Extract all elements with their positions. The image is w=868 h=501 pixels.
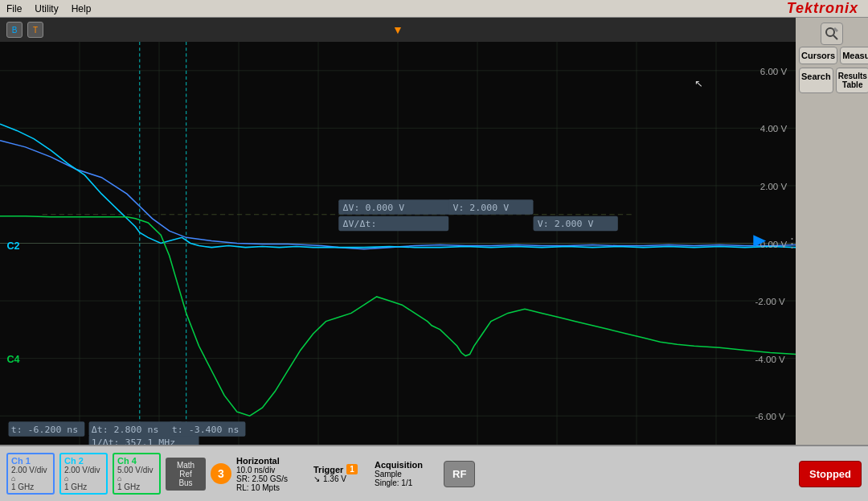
svg-text:4.00 V: 4.00 V [760, 125, 788, 134]
search-button[interactable]: Search [799, 68, 833, 93]
horizontal-box: Horizontal 10.0 ns/div SR: 2.50 GS/s RL:… [236, 456, 309, 492]
panel-btn-row-2: Search Results Table [799, 68, 865, 93]
ch2-info: Ch 2 2.00 V/div ⌂ 1 GHz [59, 453, 108, 495]
main-area: B T ▼ [0, 18, 868, 445]
ch1-bw-icon: ⌂ [11, 474, 50, 483]
svg-text:2.00 V: 2.00 V [760, 182, 788, 191]
cursors-button[interactable]: Cursors [799, 47, 837, 64]
svg-text:ΔV/Δt:: ΔV/Δt: [343, 218, 377, 229]
acquisition-single: Single: 1/1 [375, 478, 439, 487]
menu-file[interactable]: File [6, 3, 22, 14]
trigger-box: Trigger 1 ↘ 1.36 V [313, 464, 370, 483]
tektronix-logo: Tektronix [787, 0, 862, 17]
svg-text:1/Δt: 357.1 MHz: 1/Δt: 357.1 MHz [92, 437, 176, 445]
svg-text:-2.00 V: -2.00 V [755, 297, 785, 306]
svg-text:-4.00 V: -4.00 V [755, 355, 785, 364]
scope-area: B T ▼ [0, 18, 796, 445]
grid-area: ΔV: 0.000 V V: 2.000 V ΔV/Δt: V: 2.000 V… [0, 42, 796, 445]
horizontal-sr: SR: 2.50 GS/s [236, 474, 309, 483]
ref-label: Ref [170, 470, 201, 478]
horizontal-title: Horizontal [236, 456, 309, 466]
svg-text:⋮: ⋮ [785, 236, 796, 251]
svg-point-49 [826, 28, 834, 36]
right-panel: Cursors Measure Search Results Table [796, 18, 868, 445]
icon-t[interactable]: T [27, 22, 43, 38]
center-arrow-icon: ▼ [392, 23, 403, 36]
ch1-info: Ch 1 2.00 V/div ⌂ 1 GHz [6, 453, 55, 495]
acquisition-box: Acquisition Sample Single: 1/1 [375, 460, 439, 487]
bus-label: Bus [170, 478, 201, 487]
menu-help[interactable]: Help [72, 3, 92, 14]
math-label: Math [170, 461, 201, 470]
svg-line-50 [833, 35, 837, 39]
measure-button[interactable]: Measure [840, 47, 868, 64]
svg-text:t: -3.400 ns: t: -3.400 ns [172, 424, 240, 435]
icon-b[interactable]: B [6, 22, 23, 38]
svg-text:↖: ↖ [694, 78, 702, 89]
ch1-volt-div: 2.00 V/div [11, 466, 50, 474]
ch4-info: Ch 4 5.00 V/div ⌂ 1 GHz [113, 453, 161, 495]
svg-text:V: 2.000 V: V: 2.000 V [452, 202, 509, 213]
results-table-button[interactable]: Results Table [836, 68, 868, 93]
svg-text:Δt:  2.800 ns: Δt: 2.800 ns [92, 424, 159, 435]
math-ref-bus-box[interactable]: Math Ref Bus [166, 458, 206, 491]
horizontal-rl: RL: 10 Mpts [236, 483, 309, 492]
ch2-freq: 1 GHz [64, 483, 103, 491]
trigger-title: Trigger [313, 465, 343, 474]
svg-text:V: 2.000 V: V: 2.000 V [538, 218, 594, 229]
svg-text:-6.00 V: -6.00 V [755, 412, 785, 421]
menu-utility[interactable]: Utility [35, 3, 58, 14]
grid-svg: ΔV: 0.000 V V: 2.000 V ΔV/Δt: V: 2.000 V… [0, 42, 796, 445]
ch1-freq: 1 GHz [11, 483, 50, 491]
trigger-level: 1.36 V [323, 474, 346, 483]
stopped-button[interactable]: Stopped [799, 461, 862, 487]
svg-text:ΔV:  0.000 V: ΔV: 0.000 V [343, 202, 405, 213]
svg-text:t: -6.200 ns: t: -6.200 ns [11, 424, 79, 435]
trigger-arrow-icon: ↘ [313, 474, 320, 483]
ch4-label: Ch 4 [117, 456, 156, 466]
ch2-volt-div: 2.00 V/div [64, 466, 103, 474]
scope-toolbar: B T ▼ [0, 18, 796, 42]
panel-btn-row-1: Cursors Measure [799, 47, 865, 64]
rf-button[interactable]: RF [444, 461, 475, 487]
ch1-label: Ch 1 [11, 456, 50, 466]
magnify-icon [824, 26, 840, 42]
search-icon-area [821, 23, 843, 45]
svg-text:C4: C4 [6, 354, 19, 365]
trigger-badge: 1 [346, 464, 358, 474]
ch2-label: Ch 2 [64, 456, 103, 466]
acquisition-title: Acquisition [375, 460, 439, 470]
svg-text:C2: C2 [6, 240, 19, 252]
channel-badge: 3 [211, 463, 231, 484]
horizontal-time-div: 10.0 ns/div [236, 466, 309, 474]
status-bar: Ch 1 2.00 V/div ⌂ 1 GHz Ch 2 2.00 V/div … [0, 445, 868, 501]
ch4-volt-div: 5.00 V/div [117, 466, 156, 474]
ch2-bw-icon: ⌂ [64, 474, 103, 483]
acquisition-mode: Sample [375, 470, 439, 478]
ch4-bw-icon: ⌂ [117, 474, 156, 483]
menu-bar: File Utility Help Tektronix [0, 0, 868, 18]
svg-text:6.00 V: 6.00 V [760, 67, 788, 76]
ch4-freq: 1 GHz [117, 483, 156, 491]
